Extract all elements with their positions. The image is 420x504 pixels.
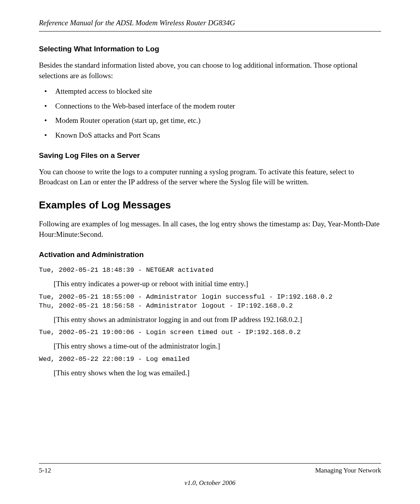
log-explanation: [This entry indicates a power-up or rebo… — [54, 279, 381, 289]
log-line: Tue, 2002-05-21 18:48:39 - NETGEAR activ… — [39, 266, 381, 275]
body-text: Besides the standard information listed … — [39, 60, 381, 81]
page-header: Reference Manual for the ADSL Modem Wire… — [39, 19, 381, 32]
footer-chapter: Managing Your Network — [315, 467, 381, 474]
body-text: You can choose to write the logs to a co… — [39, 167, 381, 187]
log-explanation: [This entry shows a time-out of the admi… — [54, 341, 381, 351]
bullet-list: Attempted access to blocked site Connect… — [44, 86, 381, 140]
footer-page-number: 5-12 — [39, 467, 51, 474]
subheading-selecting-log: Selecting What Information to Log — [39, 45, 381, 53]
log-explanation: [This entry shows when the log was email… — [54, 368, 381, 378]
footer-version: v1.0, October 2006 — [0, 479, 420, 487]
log-line: Tue, 2002-05-21 18:55:00 - Administrator… — [39, 293, 381, 311]
subheading-saving-logs: Saving Log Files on a Server — [39, 151, 381, 160]
log-line: Wed, 2002-05-22 22:00:19 - Log emailed — [39, 355, 381, 364]
list-item: Known DoS attacks and Port Scans — [44, 130, 381, 140]
section-heading-examples: Examples of Log Messages — [39, 199, 381, 211]
list-item: Attempted access to blocked site — [44, 86, 381, 96]
body-text: Following are examples of log messages. … — [39, 219, 381, 240]
list-item: Connections to the Web-based interface o… — [44, 101, 381, 111]
subheading-activation-admin: Activation and Administration — [39, 250, 381, 259]
page-footer: 5-12 Managing Your Network — [39, 463, 381, 474]
list-item: Modem Router operation (start up, get ti… — [44, 116, 381, 126]
log-explanation: [This entry shows an administrator loggi… — [54, 315, 381, 325]
log-line: Tue, 2002-05-21 19:00:06 - Login screen … — [39, 328, 381, 337]
